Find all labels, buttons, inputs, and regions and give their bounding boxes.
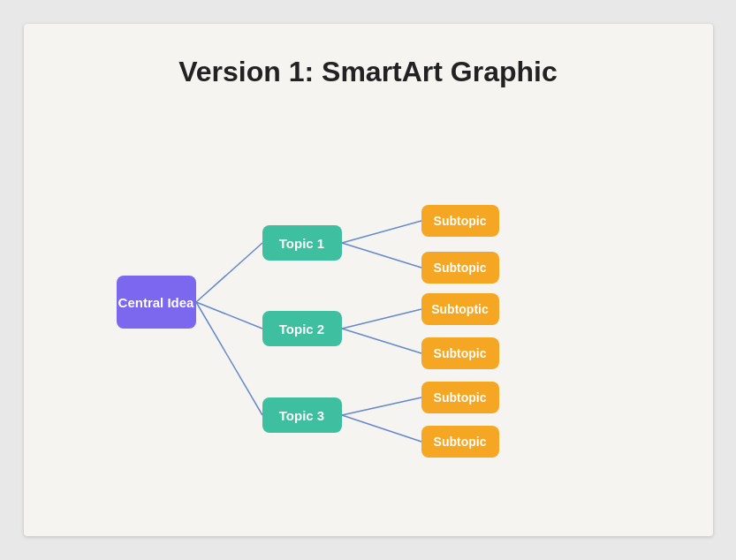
subtopic-4-node: Subtopic [421, 337, 499, 369]
topic-3-node: Topic 3 [262, 397, 342, 433]
topic-2-label: Topic 2 [279, 322, 324, 337]
central-idea-node: Central Idea [117, 276, 196, 329]
slide-title: Version 1: SmartArt Graphic [24, 56, 713, 88]
svg-line-6 [342, 329, 421, 353]
subtopic-6-node: Subtopic [421, 426, 499, 458]
topic-1-node: Topic 1 [262, 225, 342, 261]
subtopic-2-label: Subtopic [434, 261, 487, 275]
subtopic-1-label: Subtopic [434, 214, 487, 228]
svg-line-3 [342, 221, 421, 243]
svg-line-5 [342, 309, 421, 329]
diagram-area: Central Idea Topic 1 Topic 2 Topic 3 Sub… [24, 121, 713, 527]
svg-line-4 [342, 243, 421, 268]
svg-line-7 [342, 397, 421, 415]
subtopic-5-node: Subtopic [421, 382, 499, 413]
subtopic-3-label: Subtoptic [431, 302, 489, 316]
topic-2-node: Topic 2 [262, 311, 342, 346]
svg-line-2 [196, 302, 262, 415]
slide: Version 1: SmartArt Graphic Central [24, 24, 713, 536]
topic-3-label: Topic 3 [279, 408, 324, 423]
subtopic-4-label: Subtopic [434, 346, 487, 360]
subtopic-1-node: Subtopic [421, 205, 499, 237]
subtopic-3-node: Subtoptic [421, 293, 499, 325]
subtopic-6-label: Subtopic [434, 435, 487, 449]
svg-line-8 [342, 415, 421, 442]
subtopic-5-label: Subtopic [434, 390, 487, 405]
svg-line-0 [196, 243, 262, 302]
subtopic-2-node: Subtopic [421, 252, 499, 284]
central-idea-label: Central Idea [118, 295, 194, 310]
topic-1-label: Topic 1 [279, 236, 324, 251]
svg-line-1 [196, 302, 262, 329]
